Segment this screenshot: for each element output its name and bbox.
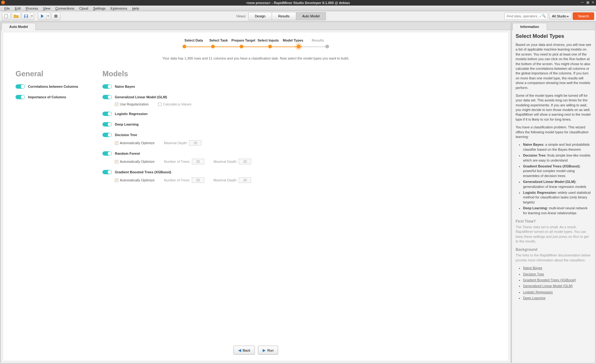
toggle[interactable] <box>16 95 25 99</box>
menu-file[interactable]: File <box>2 7 12 10</box>
toggle[interactable] <box>102 122 112 127</box>
model-item: Gradient Boosted Trees (XGBoost) <box>102 170 496 174</box>
doc-link-item: Decision Tree <box>523 272 591 277</box>
step-label[interactable]: Results <box>305 38 330 42</box>
menu-extensions[interactable]: Extensions <box>108 7 130 10</box>
info-heading: Select Model Types <box>516 33 591 39</box>
sub-option-label: Automatically Optimize <box>120 160 155 163</box>
step-dot[interactable] <box>211 45 215 48</box>
number-input[interactable] <box>239 177 251 183</box>
doc-link-item: Gradient Boosted Trees (XGBoost) <box>523 278 591 282</box>
view-auto-model[interactable]: Auto Model <box>296 12 326 20</box>
wizard-track <box>181 44 330 50</box>
step-dot[interactable] <box>240 45 243 48</box>
checkbox[interactable] <box>115 103 118 106</box>
toggle-label: Importance of Columns <box>28 95 66 99</box>
toggle[interactable] <box>102 84 112 89</box>
toggle-label: Random Forest <box>115 152 140 155</box>
sub-option-label: Calculate p-Values <box>163 102 192 106</box>
doc-link[interactable]: Deep Learning <box>523 296 545 300</box>
toggle[interactable] <box>102 170 112 174</box>
step-dot[interactable] <box>297 45 300 48</box>
number-input[interactable] <box>189 140 201 146</box>
model-item: Deep Learning <box>102 122 496 127</box>
toggle-label: Decision Tree <box>115 133 137 137</box>
stop-process-button[interactable] <box>52 12 60 20</box>
sub-option-label: Number of Trees: <box>164 160 190 163</box>
step-dot[interactable] <box>325 45 329 48</box>
menu-settings[interactable]: Settings <box>91 7 108 10</box>
model-sub-options: Automatically OptimizeNumber of Trees: M… <box>115 177 496 183</box>
checkbox[interactable] <box>115 141 118 145</box>
number-input[interactable] <box>192 177 204 183</box>
arrow-left-icon: ◀ <box>238 348 241 353</box>
sub-option: Automatically Optimize <box>115 178 155 182</box>
toggle[interactable] <box>102 112 112 116</box>
number-input[interactable] <box>239 159 251 164</box>
model-desc-item: Decision Tree: finds simple tree-like mo… <box>523 153 591 163</box>
step-label[interactable]: Model Types <box>281 38 305 42</box>
step-label[interactable]: Select Inputs <box>256 38 281 42</box>
toggle[interactable] <box>102 151 112 156</box>
toggle[interactable] <box>102 133 112 137</box>
svg-rect-2 <box>25 15 27 16</box>
open-button[interactable] <box>12 12 20 20</box>
model-desc-item: Gradient Boosted Trees (XGBoost): powerf… <box>523 164 591 178</box>
model-item: Decision Tree <box>102 133 496 137</box>
view-design[interactable]: Design <box>248 12 272 20</box>
toggle[interactable] <box>16 84 25 89</box>
model-desc-item: Logistic Regression: widely used statist… <box>523 190 591 205</box>
maximize-icon[interactable]: ▣ <box>586 1 589 4</box>
toggle[interactable] <box>102 95 112 99</box>
views-label: Views: <box>236 14 246 18</box>
checkbox[interactable] <box>158 103 161 106</box>
new-process-button[interactable] <box>2 12 11 20</box>
doc-link[interactable]: Naive Bayes <box>523 266 542 270</box>
doc-link[interactable]: Gradient Boosted Trees (XGBoost) <box>523 278 576 282</box>
step-label[interactable]: Select Task <box>206 38 231 42</box>
main-panel: Auto Model Select DataSelect TaskPrepare… <box>1 22 511 363</box>
doc-link[interactable]: Generalized Linear Model (GLM) <box>523 284 573 288</box>
search-input[interactable] <box>504 13 548 20</box>
sub-option: Automatically Optimize <box>115 160 155 163</box>
tab-information[interactable]: Information <box>512 23 547 30</box>
step-label[interactable]: Select Data <box>181 38 206 42</box>
menu-view[interactable]: View <box>40 7 53 10</box>
model-sub-options: Automatically OptimizeMaximal Depth: <box>115 140 496 146</box>
menu-process[interactable]: Process <box>23 7 41 10</box>
step-dot[interactable] <box>183 45 186 48</box>
toggle-label: Generalized Linear Model (GLM) <box>115 95 167 99</box>
sub-option: Calculate p-Values <box>158 102 192 106</box>
number-input[interactable] <box>192 159 204 164</box>
search-button[interactable]: Search <box>573 12 594 20</box>
run-button[interactable]: ▶ Run <box>258 346 278 355</box>
sub-option: Number of Trees: <box>164 159 204 164</box>
menu-connections[interactable]: Connections <box>53 7 77 10</box>
model-description-list: Naive Bayes: a simple and fast probabili… <box>523 142 591 215</box>
chevron-down-icon[interactable]: ▾ <box>47 15 50 17</box>
step-label[interactable]: Prepare Target <box>231 38 256 42</box>
view-results[interactable]: Results <box>272 12 296 20</box>
sub-option: Maximal Depth: <box>164 140 201 146</box>
doc-link[interactable]: Decision Tree <box>523 272 544 276</box>
menu-cloud[interactable]: Cloud <box>77 7 91 10</box>
checkbox[interactable] <box>115 160 118 163</box>
close-icon[interactable]: ✕ <box>592 1 594 4</box>
chevron-down-icon[interactable]: ▾ <box>30 15 34 17</box>
model-sub-options: Automatically OptimizeNumber of Trees: M… <box>115 159 496 164</box>
toolbar: ▾ ▾ Views: Design Results Auto Model 🔍 A… <box>0 11 596 21</box>
sub-option-label: Maximal Depth: <box>214 178 237 182</box>
menu-edit[interactable]: Edit <box>12 7 23 10</box>
menu-help[interactable]: Help <box>130 7 142 10</box>
run-process-button[interactable]: ▾ <box>38 12 50 20</box>
checkbox[interactable] <box>115 179 118 182</box>
model-sub-options: Use RegularizationCalculate p-Values <box>115 102 496 106</box>
save-button[interactable]: ▾ <box>22 12 34 20</box>
minimize-icon[interactable]: — <box>581 1 584 4</box>
svg-rect-3 <box>25 16 27 18</box>
doc-link[interactable]: Logistic Regression <box>523 290 553 294</box>
step-dot[interactable] <box>268 45 272 48</box>
back-button[interactable]: ◀ Back <box>233 346 255 355</box>
search-scope-dropdown[interactable]: All Studio <box>549 13 571 20</box>
tab-auto-model[interactable]: Auto Model <box>2 23 36 30</box>
